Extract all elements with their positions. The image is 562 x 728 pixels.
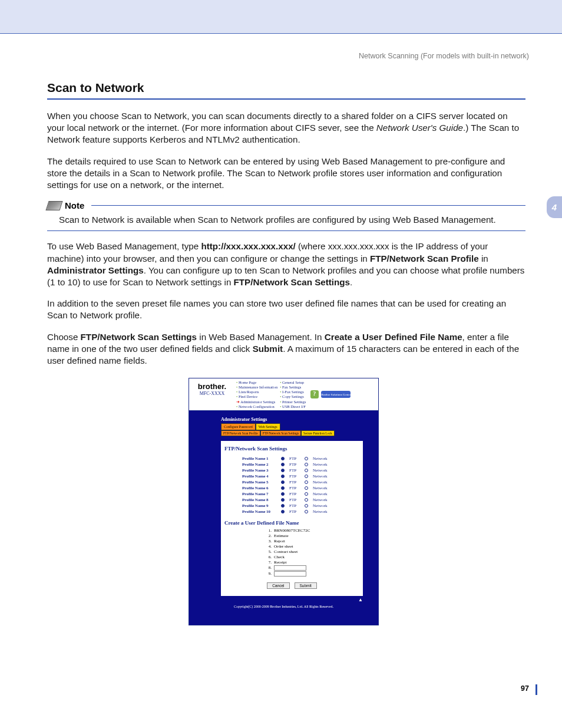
nav-right-item[interactable]: General Setup xyxy=(280,380,306,385)
brand-block: brother. MFC-XXXX xyxy=(189,378,235,410)
admin-settings-title: Administrator Settings xyxy=(221,417,373,422)
radio-ftp[interactable] xyxy=(281,469,285,472)
note-rule-right xyxy=(91,205,525,206)
profile-row: Profile Name 8FTPNetwork xyxy=(242,498,359,502)
nav-right-item[interactable]: I-Fax Settings xyxy=(280,390,306,394)
radio-network-label: Network xyxy=(313,486,328,490)
radio-network[interactable] xyxy=(305,475,308,478)
radio-ftp[interactable] xyxy=(281,475,285,478)
p3d: FTP/Network Scan Profile xyxy=(370,253,479,263)
note-block: Note Scan to Network is available when S… xyxy=(47,200,525,231)
nav-right-item[interactable]: Fax Settings xyxy=(280,385,306,390)
p3i: . xyxy=(350,277,352,287)
nav-right-item[interactable]: Printer Settings xyxy=(280,400,306,404)
profile-label: Profile Name 2 xyxy=(242,462,277,467)
help-icon[interactable] xyxy=(310,390,319,398)
main-content: Scan to Network When you choose Scan to … xyxy=(47,81,525,376)
filename-value: Contract sheet xyxy=(274,549,297,554)
tab-ftp-profile[interactable]: FTP/Network Scan Profile xyxy=(221,430,260,436)
radio-network[interactable] xyxy=(305,480,308,484)
p3a: To use Web Based Management, type xyxy=(47,241,201,251)
radio-ftp[interactable] xyxy=(281,457,285,460)
page-title: Scan to Network xyxy=(47,81,525,95)
radio-network[interactable] xyxy=(305,498,308,502)
nav-right-item[interactable]: USB Direct I/F xyxy=(280,404,306,409)
radio-network-label: Network xyxy=(313,468,328,473)
radio-ftp-label: FTP xyxy=(289,509,296,514)
radio-network[interactable] xyxy=(305,504,308,508)
profile-row: Profile Name 9FTPNetwork xyxy=(242,503,359,508)
radio-ftp-label: FTP xyxy=(289,462,296,467)
radio-ftp[interactable] xyxy=(281,504,285,508)
profile-label: Profile Name 9 xyxy=(242,503,277,508)
profile-label: Profile Name 1 xyxy=(242,456,277,461)
paragraph-3: To use Web Based Management, type http:/… xyxy=(47,241,525,288)
profile-label: Profile Name 5 xyxy=(242,480,277,485)
radio-ftp[interactable] xyxy=(281,486,285,490)
profile-row: Profile Name 3FTPNetwork xyxy=(242,468,359,473)
radio-ftp-label: FTP xyxy=(289,474,296,479)
p5c: in Web Based Management. In xyxy=(197,332,325,342)
filename-input[interactable] xyxy=(274,565,306,571)
nav-left-item[interactable]: Home Page xyxy=(236,380,277,385)
filename-value: Order sheet xyxy=(274,544,293,549)
admin-band: Administrator Settings Configure Passwor… xyxy=(189,411,378,611)
brother-logo: brother. xyxy=(191,382,233,391)
tab-web-settings[interactable]: Web Settings xyxy=(256,423,280,430)
radio-ftp-label: FTP xyxy=(289,503,296,508)
tab-ftp-settings[interactable]: FTP/Network Scan Settings xyxy=(260,430,301,436)
scroll-top-icon[interactable]: ▲ xyxy=(194,596,373,602)
paragraph-1: When you choose Scan to Network, you can… xyxy=(47,110,525,146)
radio-network[interactable] xyxy=(305,469,308,472)
filename-num: 3. xyxy=(266,539,272,543)
paragraph-4: In addition to the seven preset file nam… xyxy=(47,298,525,321)
radio-network[interactable] xyxy=(305,463,308,466)
profile-label: Profile Name 6 xyxy=(242,486,277,490)
submit-button[interactable]: Submit xyxy=(295,582,317,589)
nav-col-right: General SetupFax SettingsI-Fax SettingsC… xyxy=(279,378,307,410)
filename-value: BRN00807TCEC72C xyxy=(274,528,310,533)
panel-title-2: Create a User Defined File Name xyxy=(224,520,359,526)
filename-input[interactable] xyxy=(274,571,306,577)
radio-ftp[interactable] xyxy=(281,498,285,502)
radio-network[interactable] xyxy=(305,492,308,496)
solutions-center-button[interactable]: Brother Solutions Center xyxy=(321,391,351,398)
radio-network[interactable] xyxy=(305,457,308,460)
cancel-button[interactable]: Cancel xyxy=(267,582,289,589)
filename-num: 4. xyxy=(266,544,272,549)
profile-label: Profile Name 8 xyxy=(242,498,277,502)
filename-num: 7. xyxy=(266,560,272,565)
panel-title: FTP/Network Scan Settings xyxy=(224,446,359,452)
radio-ftp[interactable] xyxy=(281,510,285,513)
radio-ftp[interactable] xyxy=(281,492,285,496)
radio-ftp-label: FTP xyxy=(289,486,296,490)
title-rule xyxy=(47,98,525,100)
filename-row: 9. xyxy=(266,571,359,577)
nav-left-item[interactable]: Lists/Reports xyxy=(236,390,277,394)
tab-configure-password[interactable]: Configure Password xyxy=(221,423,256,430)
p5d: Create a User Defined File Name xyxy=(325,332,462,342)
profile-row: Profile Name 2FTPNetwork xyxy=(242,462,359,467)
nav-right-item[interactable]: Copy Settings xyxy=(280,394,306,399)
nav-col-left: Home PageMaintenance InformationLists/Re… xyxy=(235,378,279,410)
filename-num: 2. xyxy=(266,533,272,538)
filename-row: 5.Contract sheet xyxy=(266,549,359,554)
radio-network[interactable] xyxy=(305,486,308,490)
nav-left-item[interactable]: Network Configuration xyxy=(236,404,277,409)
tab-secure-function-lock[interactable]: Secure Function Lock xyxy=(301,430,335,436)
filename-value: Check xyxy=(274,555,285,559)
radio-network[interactable] xyxy=(305,510,308,513)
radio-network-label: Network xyxy=(313,503,328,508)
note-rule-bottom xyxy=(47,230,525,231)
note-icon xyxy=(45,201,62,210)
radio-ftp[interactable] xyxy=(281,480,285,484)
radio-network-label: Network xyxy=(313,462,328,467)
button-row: Cancel Submit xyxy=(224,582,359,589)
top-blue-band xyxy=(0,0,562,32)
radio-ftp[interactable] xyxy=(281,463,285,466)
nav-left-item[interactable]: Administrator Settings xyxy=(236,400,277,404)
profile-row: Profile Name 4FTPNetwork xyxy=(242,474,359,479)
copyright-text: Copyright(C) 2000-2009 Brother Industrie… xyxy=(194,602,373,611)
nav-left-item[interactable]: Find Device xyxy=(236,394,277,399)
nav-left-item[interactable]: Maintenance Information xyxy=(236,385,277,390)
